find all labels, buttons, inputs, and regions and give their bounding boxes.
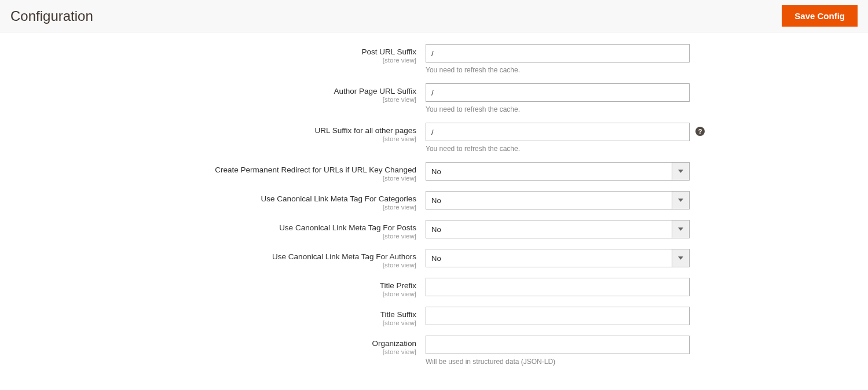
page-title: Configuration [10, 8, 93, 24]
field-label: Use Canonical Link Meta Tag For Posts [0, 223, 416, 232]
select-value: No [426, 254, 672, 263]
label-col: Title Suffix [store view] [0, 307, 426, 326]
chevron-down-icon [672, 220, 689, 238]
save-config-button[interactable]: Save Config [782, 5, 858, 27]
permanent-redirect-select[interactable]: No [426, 162, 690, 181]
help-icon[interactable]: ? [695, 127, 705, 136]
input-col: You need to refresh the cache. [426, 44, 690, 74]
field-title-prefix: Title Prefix [store view] [0, 278, 868, 297]
scope-label: [store view] [0, 175, 416, 182]
label-col: Create Permanent Redirect for URLs if UR… [0, 162, 426, 182]
field-canonical-categories: Use Canonical Link Meta Tag For Categori… [0, 191, 868, 211]
label-col: Organization [store view] [0, 336, 426, 355]
field-label: Organization [0, 339, 416, 348]
chevron-down-icon [672, 163, 689, 180]
field-label: Use Canonical Link Meta Tag For Categori… [0, 194, 416, 203]
url-suffix-other-input[interactable] [426, 123, 690, 141]
input-col: You need to refresh the cache. [426, 123, 690, 153]
input-col: No [426, 162, 690, 181]
help-col: ? [690, 123, 705, 136]
scope-label: [store view] [0, 57, 416, 64]
field-url-suffix-other-pages: URL Suffix for all other pages [store vi… [0, 123, 868, 153]
label-col: Use Canonical Link Meta Tag For Authors … [0, 249, 426, 268]
chevron-down-icon [672, 249, 689, 267]
select-value: No [426, 167, 672, 176]
page-header: Configuration Save Config [0, 0, 868, 32]
label-col: Post URL Suffix [store view] [0, 44, 426, 64]
select-value: No [426, 196, 672, 205]
field-label: Author Page URL Suffix [0, 87, 416, 95]
scope-label: [store view] [0, 319, 416, 326]
input-col: Will be used in structured data (JSON-LD… [426, 336, 690, 366]
field-canonical-posts: Use Canonical Link Meta Tag For Posts [s… [0, 220, 868, 240]
scope-label: [store view] [0, 233, 416, 240]
canonical-posts-select[interactable]: No [426, 220, 690, 238]
label-col: Use Canonical Link Meta Tag For Posts [s… [0, 220, 426, 240]
field-label: Create Permanent Redirect for URLs if UR… [0, 165, 416, 174]
canonical-categories-select[interactable]: No [426, 191, 690, 209]
field-organization: Organization [store view] Will be used i… [0, 336, 868, 366]
label-col: Author Page URL Suffix [store view] [0, 83, 426, 103]
title-prefix-input[interactable] [426, 278, 690, 296]
field-label: Title Suffix [0, 310, 416, 319]
canonical-authors-select[interactable]: No [426, 249, 690, 267]
scope-label: [store view] [0, 290, 416, 297]
scope-label: [store view] [0, 135, 416, 142]
scope-label: [store view] [0, 262, 416, 268]
label-col: URL Suffix for all other pages [store vi… [0, 123, 426, 142]
field-label: Title Prefix [0, 281, 416, 290]
chevron-down-icon [672, 192, 689, 209]
field-note: Will be used in structured data (JSON-LD… [426, 358, 690, 366]
field-post-url-suffix: Post URL Suffix [store view] You need to… [0, 44, 868, 74]
field-canonical-authors: Use Canonical Link Meta Tag For Authors … [0, 249, 868, 268]
input-col: No [426, 191, 690, 209]
input-col [426, 307, 690, 325]
field-author-page-url-suffix: Author Page URL Suffix [store view] You … [0, 83, 868, 113]
label-col: Use Canonical Link Meta Tag For Categori… [0, 191, 426, 211]
scope-label: [store view] [0, 96, 416, 103]
field-note: You need to refresh the cache. [426, 66, 690, 74]
input-col: You need to refresh the cache. [426, 83, 690, 113]
label-col: Title Prefix [store view] [0, 278, 426, 297]
input-col: No [426, 249, 690, 267]
field-note: You need to refresh the cache. [426, 145, 690, 153]
organization-input[interactable] [426, 336, 690, 354]
config-form: Post URL Suffix [store view] You need to… [0, 32, 868, 390]
select-value: No [426, 225, 672, 234]
scope-label: [store view] [0, 204, 416, 211]
input-col: No [426, 220, 690, 238]
author-page-url-suffix-input[interactable] [426, 83, 690, 102]
field-label: URL Suffix for all other pages [0, 126, 416, 135]
title-suffix-input[interactable] [426, 307, 690, 325]
field-title-suffix: Title Suffix [store view] [0, 307, 868, 326]
field-note: You need to refresh the cache. [426, 105, 690, 113]
input-col [426, 278, 690, 296]
field-permanent-redirect: Create Permanent Redirect for URLs if UR… [0, 162, 868, 182]
field-label: Use Canonical Link Meta Tag For Authors [0, 252, 416, 261]
post-url-suffix-input[interactable] [426, 44, 690, 62]
field-label: Post URL Suffix [0, 47, 416, 56]
scope-label: [store view] [0, 348, 416, 355]
